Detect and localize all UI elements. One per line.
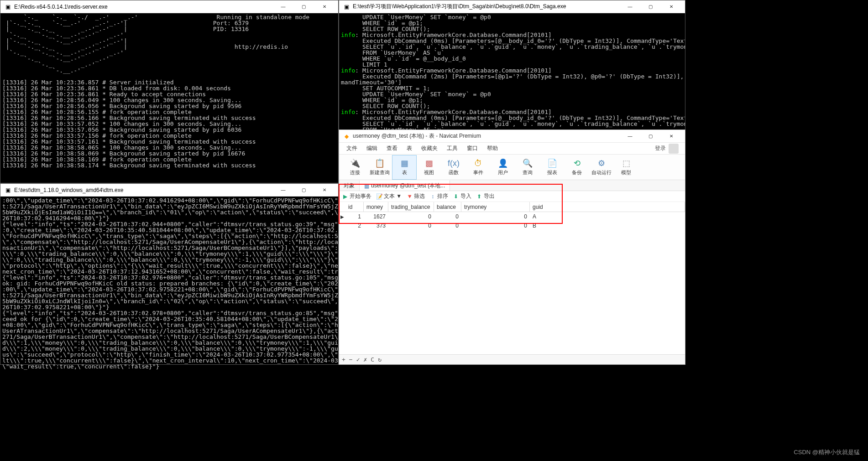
navicat-titlebar[interactable]: ◆ usermoney @dtm_test (本地) - 表 - Navicat… — [339, 130, 685, 143]
col-header-guid[interactable]: guid — [530, 202, 685, 212]
menu-表[interactable]: 表 — [402, 143, 417, 154]
menu-文件[interactable]: 文件 — [342, 143, 362, 154]
用户-icon: 👤 — [498, 158, 508, 168]
action-筛选[interactable]: 🔻筛选 — [406, 192, 425, 200]
window-controls: — ▢ ✕ — [620, 130, 681, 143]
cell-trymoney[interactable]: 0 — [461, 212, 530, 221]
备份-icon: ⟲ — [572, 158, 582, 168]
close-button[interactable]: ✕ — [661, 0, 681, 13]
data-grid: id money trading_balance balance trymone… — [339, 202, 685, 230]
col-header-id[interactable]: id — [345, 202, 364, 212]
saga-titlebar[interactable]: ▣ E:\test\学习项目\WebApplication1\学习项目\Dtm_… — [339, 0, 685, 13]
minimize-button[interactable]: — — [620, 130, 640, 143]
navicat-window: ◆ usermoney @dtm_test (本地) - 表 - Navicat… — [339, 129, 685, 365]
toolbar-新建查询[interactable]: 📋新建查询 — [367, 155, 392, 180]
status-btn[interactable]: ✗ — [363, 356, 367, 363]
minimize-button[interactable]: — — [620, 0, 640, 13]
status-btn[interactable]: ↻ — [378, 356, 382, 363]
watermark: CSDN @精神小伙就是猛 — [794, 448, 860, 456]
window-controls: — ▢ ✕ — [273, 0, 335, 13]
视图-icon: ▩ — [424, 158, 434, 168]
col-header-money[interactable]: money — [364, 202, 388, 212]
action-icon: ▶ — [342, 193, 348, 200]
navicat-icon: ◆ — [343, 133, 350, 140]
close-button[interactable]: ✕ — [314, 0, 335, 13]
action-icon: 🔻 — [406, 193, 413, 200]
col-header-trading-balance[interactable]: trading_balance — [388, 202, 434, 212]
login-button[interactable]: 登录 — [651, 143, 682, 154]
maximize-button[interactable]: ▢ — [640, 0, 661, 13]
col-header-balance[interactable]: balance — [434, 202, 461, 212]
menu-查看[interactable]: 查看 — [382, 143, 402, 154]
toolbar-表[interactable]: ▦表 — [392, 155, 417, 180]
action-导出[interactable]: ⬆导出 — [476, 192, 495, 200]
maximize-button[interactable]: ▢ — [640, 130, 661, 143]
报表-icon: 📄 — [547, 158, 557, 168]
cell-id[interactable]: 1 — [345, 212, 364, 221]
status-btn[interactable]: C — [371, 356, 374, 363]
table-row[interactable]: ▶11627000A — [339, 212, 685, 221]
cell-money[interactable]: 373 — [364, 221, 388, 230]
menu-编辑[interactable]: 编辑 — [362, 143, 382, 154]
tab-objects[interactable]: 对象 — [339, 180, 360, 191]
toolbar-事件[interactable]: ⏱事件 — [466, 155, 491, 180]
action-icon: 📝 — [376, 193, 382, 200]
saga-console: ▣ E:\test\学习项目\WebApplication1\学习项目\Dtm_… — [339, 0, 685, 132]
action-排序[interactable]: ↕排序 — [429, 192, 448, 200]
status-btn[interactable]: ✓ — [356, 356, 360, 363]
menu-收藏夹[interactable]: 收藏夹 — [417, 143, 442, 154]
menu-帮助[interactable]: 帮助 — [482, 143, 502, 154]
data-header: id money trading_balance balance trymone… — [339, 202, 685, 212]
dtm-titlebar[interactable]: ▣ E:\test\dtm_1.18.0_windows_amd64\dtm.e… — [0, 184, 338, 197]
action-开始事务[interactable]: ▶开始事务 — [342, 192, 371, 200]
toolbar-模型[interactable]: ⬚模型 — [614, 155, 638, 180]
cell-balance[interactable]: 0 — [434, 221, 461, 230]
cell-trading_balance[interactable]: 0 — [388, 221, 434, 230]
close-button[interactable]: ✕ — [661, 130, 681, 143]
toolbar-函数[interactable]: f(x)函数 — [441, 155, 466, 180]
action-icon: ⬆ — [476, 193, 482, 200]
redis-console: ▣ E:\Redis-x64-5.0.14.1\redis-server.exe… — [0, 0, 339, 183]
toolbar-报表[interactable]: 📄报表 — [540, 155, 565, 180]
navicat-tabrow: 对象 ▦usermoney @dtm_test (本地... — [339, 180, 685, 191]
toolbar-连接[interactable]: 🔌连接 — [343, 155, 367, 180]
cell-guid[interactable]: B — [530, 221, 685, 230]
模型-icon: ⬚ — [621, 158, 631, 168]
table-icon: ▦ — [364, 183, 369, 189]
cell-id[interactable]: 2 — [345, 221, 364, 230]
maximize-button[interactable]: ▢ — [293, 184, 314, 197]
minimize-button[interactable]: — — [273, 0, 293, 13]
toolbar-自动运行[interactable]: ⚙自动运行 — [589, 155, 614, 180]
row-selector: ▶ — [339, 212, 345, 221]
table-row[interactable]: 2373000B — [339, 221, 685, 230]
action-文本 ▼[interactable]: 📝文本 ▼ — [376, 192, 402, 200]
toolbar-视图[interactable]: ▩视图 — [417, 155, 441, 180]
cell-money[interactable]: 1627 — [364, 212, 388, 221]
navicat-menubar: 文件编辑查看表收藏夹工具窗口帮助登录 — [339, 143, 685, 155]
action-导入[interactable]: ⬇导入 — [453, 192, 471, 200]
col-header-trymoney[interactable]: trymoney — [461, 202, 530, 212]
menu-窗口[interactable]: 窗口 — [462, 143, 482, 154]
status-btn[interactable]: − — [349, 356, 353, 363]
redis-titlebar[interactable]: ▣ E:\Redis-x64-5.0.14.1\redis-server.exe… — [0, 0, 338, 13]
toolbar-查询[interactable]: 🔍查询 — [515, 155, 540, 180]
navicat-toolbar: 🔌连接📋新建查询▦表▩视图f(x)函数⏱事件👤用户🔍查询📄报表⟲备份⚙自动运行⬚… — [339, 155, 685, 180]
自动运行-icon: ⚙ — [596, 158, 607, 168]
tab-usermoney[interactable]: ▦usermoney @dtm_test (本地... — [360, 180, 450, 191]
console-icon: ▣ — [4, 186, 11, 194]
查询-icon: 🔍 — [523, 158, 533, 168]
cell-guid[interactable]: A — [530, 212, 685, 221]
status-btn[interactable]: + — [342, 356, 345, 363]
cell-balance[interactable]: 0 — [434, 212, 461, 221]
新建查询-icon: 📋 — [375, 158, 385, 168]
row-selector — [339, 221, 345, 230]
连接-icon: 🔌 — [350, 158, 360, 168]
cell-trading_balance[interactable]: 0 — [388, 212, 434, 221]
menu-工具[interactable]: 工具 — [442, 143, 462, 154]
minimize-button[interactable]: — — [273, 184, 293, 197]
toolbar-用户[interactable]: 👤用户 — [491, 155, 515, 180]
maximize-button[interactable]: ▢ — [293, 0, 314, 13]
close-button[interactable]: ✕ — [314, 184, 335, 197]
toolbar-备份[interactable]: ⟲备份 — [565, 155, 589, 180]
cell-trymoney[interactable]: 0 — [461, 221, 530, 230]
